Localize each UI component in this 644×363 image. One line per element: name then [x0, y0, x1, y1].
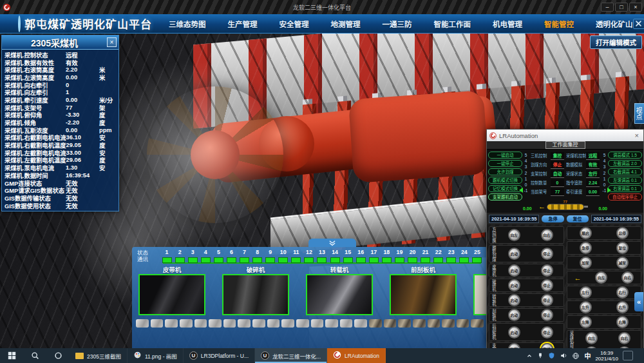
camera-thumbnail[interactable] — [471, 319, 484, 328]
camera-feed[interactable] — [390, 274, 457, 315]
round-control-button[interactable]: 左降 — [580, 316, 592, 328]
lra-pill-button[interactable]: 允许割煤 — [488, 168, 522, 175]
camera-thumbnail[interactable] — [194, 319, 207, 328]
tray-expand-chevron-icon[interactable] — [526, 353, 533, 359]
lra-pill-button[interactable]: 跟机模式切换 — [488, 177, 522, 184]
camera-thumbnail[interactable] — [398, 319, 411, 328]
taskbar-app-3[interactable]: ULR3DPlatform - U... — [184, 348, 255, 363]
round-control-button[interactable]: 右降 — [616, 316, 629, 328]
collapse-panel-chevron-icon[interactable] — [308, 239, 356, 247]
taskbar-app-4[interactable]: U龙软二三维一体化... — [255, 348, 327, 363]
tray-clock[interactable]: 16:39 2021/4/10 — [595, 350, 618, 362]
camera-feed[interactable] — [473, 274, 488, 315]
camera-thumbnail[interactable] — [238, 319, 251, 328]
camera-thumbnail[interactable] — [136, 319, 149, 328]
nav-item-5[interactable]: 一通三防 — [383, 19, 412, 29]
camera-thumbnail[interactable] — [311, 319, 324, 328]
notification-center-icon[interactable] — [623, 351, 633, 360]
camera-thumbnail[interactable] — [223, 319, 236, 328]
round-control-button[interactable]: 停止 — [541, 309, 553, 321]
nav-item-8[interactable]: 智能管控 — [544, 19, 574, 29]
round-control-button[interactable]: 复位 — [616, 242, 629, 254]
start-button[interactable] — [0, 348, 23, 363]
nav-item-9[interactable]: 透明化矿山 — [596, 19, 633, 29]
round-control-button[interactable]: 启动 — [508, 248, 520, 260]
speaker-icon[interactable] — [560, 352, 567, 359]
lra-pill-button[interactable]: 自动程序停止 — [608, 193, 642, 201]
camera-thumbnail[interactable] — [457, 319, 469, 328]
round-control-button[interactable]: 减架 — [616, 257, 629, 269]
camera-thumbnail[interactable] — [151, 319, 164, 328]
camera-thumbnail[interactable] — [384, 319, 397, 328]
lra-pill-button[interactable]: 一键停止 — [488, 160, 522, 167]
shearer-slider-handle[interactable] — [547, 204, 584, 210]
round-control-button[interactable]: 右升 — [616, 301, 629, 313]
camera-feed[interactable] — [306, 274, 373, 315]
camera-thumbnail[interactable] — [442, 319, 455, 328]
nav-item-4[interactable]: 地测管理 — [331, 19, 361, 29]
camera-thumbnail[interactable] — [281, 319, 294, 328]
camera-thumbnail[interactable] — [428, 319, 440, 328]
round-control-button[interactable]: 停止 — [541, 326, 553, 338]
round-control-button[interactable]: 启动 — [508, 294, 520, 306]
lra-pill-button[interactable]: 记忆模式切换 — [488, 185, 522, 192]
lra-pill-button[interactable]: 右滚调高 0.1 — [608, 185, 642, 192]
round-control-button[interactable]: 向右 — [541, 229, 553, 241]
taskbar-app-2[interactable]: 11.png - 画图 — [128, 348, 184, 363]
round-control-button[interactable]: 急停 — [580, 242, 592, 254]
camera-thumbnail[interactable] — [413, 319, 426, 328]
round-control-button[interactable]: 向左 — [585, 332, 598, 344]
lra-pill-button[interactable]: 调高模式 1.5 — [608, 152, 642, 159]
lra-close-icon[interactable]: × — [633, 132, 641, 139]
camera-thumbnail[interactable] — [180, 319, 193, 328]
minimize-button[interactable]: – — [601, 3, 614, 12]
reset-button[interactable]: 复位 — [567, 215, 589, 222]
round-control-button[interactable]: 加架 — [580, 257, 592, 269]
lra-pill-button[interactable]: 左截调高 2.0 — [608, 160, 642, 167]
cortana-icon[interactable] — [46, 348, 70, 363]
collapse-left-chevron-icon[interactable]: « — [634, 292, 643, 311]
camera-thumbnail[interactable] — [369, 319, 382, 328]
lra-pill-button[interactable]: 左滚调高 0.1 — [608, 177, 642, 184]
camera-thumbnail[interactable] — [267, 319, 280, 328]
round-control-button[interactable]: 停止 — [541, 279, 553, 291]
nav-item-6[interactable]: 智能工作面 — [434, 19, 471, 29]
nav-item-1[interactable]: 三维态势图 — [169, 19, 206, 29]
nav-item-2[interactable]: 生产管理 — [228, 19, 258, 29]
round-control-button[interactable]: 顺启 — [580, 227, 592, 239]
round-control-button[interactable]: 停止 — [541, 248, 553, 260]
round-control-button[interactable]: 启动 — [508, 279, 520, 291]
defender-shield-icon[interactable] — [548, 352, 555, 359]
viewpoint-tab[interactable]: 视点 — [634, 103, 644, 124]
camera-feed[interactable] — [138, 274, 205, 315]
taskbar-app-5[interactable]: LRAutomation — [327, 348, 386, 363]
round-control-button[interactable]: 左升 — [580, 301, 592, 313]
round-control-button[interactable]: 启动 — [508, 326, 520, 338]
camera-thumbnail[interactable] — [252, 319, 265, 328]
usb-icon[interactable] — [537, 352, 544, 359]
round-control-button[interactable]: 总停 — [616, 227, 629, 239]
round-control-button[interactable]: 向左 — [508, 229, 520, 241]
round-control-button[interactable]: 向左 — [595, 271, 607, 284]
round-control-button[interactable]: 向右 — [621, 271, 634, 284]
nav-item-7[interactable]: 机电管理 — [493, 19, 522, 29]
panel-close-icon[interactable]: × — [107, 37, 117, 47]
close-button[interactable]: × — [629, 3, 642, 12]
tools-wrench-icon[interactable] — [633, 19, 644, 29]
camera-thumbnail[interactable] — [325, 319, 338, 328]
camera-thumbnail[interactable] — [340, 319, 353, 328]
open-edit-mode-button[interactable]: 打开编辑模式 — [590, 35, 642, 49]
round-control-button[interactable]: 右行 — [616, 286, 629, 299]
round-control-button[interactable]: 启动 — [508, 309, 520, 321]
tab-workface-control[interactable]: 工作面集控 — [545, 141, 585, 149]
lra-pill-button[interactable]: 支架跟机启动 — [488, 193, 522, 201]
round-control-button[interactable]: 启动 — [508, 264, 520, 277]
lra-pill-button[interactable]: 右截调高 4.1 — [608, 168, 642, 175]
maximize-button[interactable]: □ — [615, 3, 628, 12]
round-control-button[interactable]: 向右 — [618, 332, 630, 344]
camera-thumbnail[interactable] — [354, 319, 367, 328]
camera-thumbnail[interactable] — [165, 319, 178, 328]
estop-button[interactable]: 急停 — [542, 215, 564, 222]
camera-thumbnail[interactable] — [296, 319, 309, 328]
round-control-button[interactable]: 停止 — [541, 294, 553, 306]
